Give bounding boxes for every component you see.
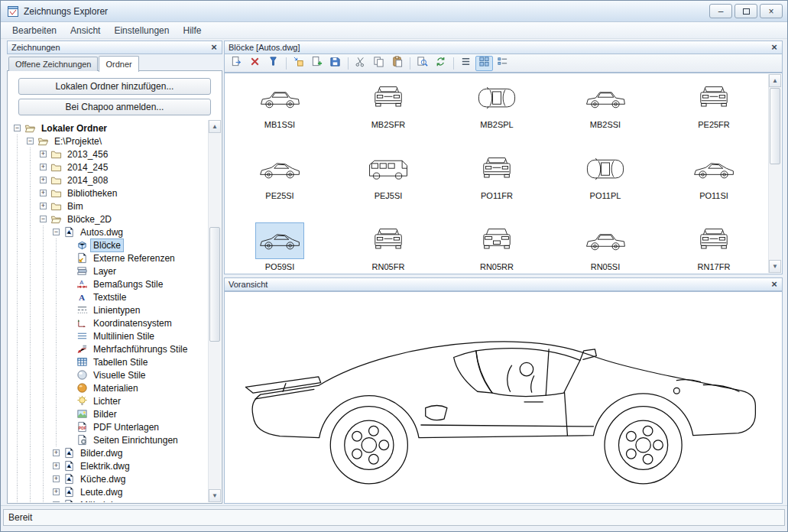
tree-item-bilder[interactable]: Bilder <box>11 407 208 420</box>
tree-indent-guide <box>24 459 37 472</box>
tree-item-layer[interactable]: Layer <box>11 264 208 277</box>
menu-item-hilfe[interactable]: Hilfe <box>176 22 208 39</box>
expand-toggle-icon[interactable]: + <box>53 501 60 502</box>
block-thumbnail-side-view <box>582 81 629 116</box>
block-item-po11si[interactable]: PO11SI <box>660 148 768 219</box>
expand-toggle-icon[interactable]: + <box>53 488 60 495</box>
tree-item-bibliotheken[interactable]: +Bibliotheken <box>11 187 208 200</box>
menu-item-einstellungen[interactable]: Einstellungen <box>107 22 176 39</box>
tree-item-2014-808[interactable]: +2014_808 <box>11 174 208 187</box>
scroll-down-icon[interactable]: ▼ <box>769 260 781 273</box>
tree-item-tabellen-stile[interactable]: Tabellen Stile <box>11 355 208 368</box>
tree-scrollbar[interactable]: ▲ ▼ <box>208 120 221 502</box>
tree-item-2013-456[interactable]: +2013_456 <box>11 148 208 161</box>
block-item-rn17fr[interactable]: RN17FR <box>660 219 768 273</box>
tree-item-visuelle-stile[interactable]: Visuelle Stile <box>11 368 208 381</box>
block-item-mb2sfr[interactable]: MB2SFR <box>334 77 443 148</box>
copy-button[interactable] <box>370 56 388 71</box>
tab-ordner[interactable]: Ordner <box>99 56 138 72</box>
tree-item-2014-245[interactable]: +2014_245 <box>11 161 208 174</box>
block-item-po11pl[interactable]: PO11PL <box>551 148 660 219</box>
drawings-panel-close-icon[interactable]: × <box>209 42 219 53</box>
tree-item-blocke-2d[interactable]: −Blöcke_2D <box>11 212 208 225</box>
tree-item-e-projekte[interactable]: −E:\Projekte\ <box>11 135 208 148</box>
expand-toggle-icon[interactable]: + <box>53 462 60 469</box>
collapse-toggle-icon[interactable]: − <box>40 216 47 222</box>
tree-item-kuche-dwg[interactable]: +Küche.dwg <box>11 472 208 485</box>
menu-item-ansicht[interactable]: Ansicht <box>63 22 107 39</box>
tree-item-blocke[interactable]: Blöcke <box>11 238 208 251</box>
tree-item-label: Tabellen Stile <box>91 356 150 368</box>
tree-item-mehrfachfuhrungs-stile[interactable]: Mehrfachführungs Stile <box>11 342 208 355</box>
save-to-file-button[interactable] <box>326 56 344 71</box>
expand-toggle-icon[interactable]: + <box>53 475 60 482</box>
paste-button[interactable] <box>388 56 406 71</box>
view-icons-button[interactable] <box>475 56 493 71</box>
tab-offene-zeichnungen[interactable]: Offene Zeichnungen <box>8 57 98 71</box>
tree-item-linientypen[interactable]: Linientypen <box>11 303 208 316</box>
tree-item-label: Bibliotheken <box>65 187 119 200</box>
scroll-down-icon[interactable]: ▼ <box>209 489 221 502</box>
tree-item-lokaler-ordner[interactable]: −Lokaler Ordner <box>11 122 208 135</box>
scroll-up-icon[interactable]: ▲ <box>769 74 781 87</box>
block-item-po59si[interactable]: PO59SI <box>225 219 334 273</box>
block-item-mb2spl[interactable]: MB2SPL <box>443 77 551 148</box>
tree-item-bilder-dwg[interactable]: +Bilder.dwg <box>11 446 208 459</box>
tree-item-multilinien-stile[interactable]: Multilinien Stile <box>11 329 208 342</box>
tree-item-bim[interactable]: +Bim <box>11 200 208 212</box>
lokalen-ordner-hinzufugen-button[interactable]: Lokalen Ordner hinzufügen... <box>18 78 211 95</box>
bei-chapoo-anmelden-button[interactable]: Bei Chapoo anmelden... <box>18 99 211 115</box>
tree-item-leute-dwg[interactable]: +Leute.dwg <box>11 485 208 498</box>
block-item-pe25fr[interactable]: PE25FR <box>660 77 768 148</box>
tree-item-koordinatensystem[interactable]: Koordinatensystem <box>11 316 208 329</box>
tree-item-bemassungs-stile[interactable]: ABemaßungs Stile <box>11 277 208 290</box>
expand-toggle-icon[interactable]: + <box>40 151 47 157</box>
scroll-up-icon[interactable]: ▲ <box>209 120 221 133</box>
expand-toggle-icon[interactable]: + <box>53 449 60 456</box>
collapse-toggle-icon[interactable]: − <box>53 229 60 235</box>
blocks-scrollbar[interactable]: ▲ ▼ <box>768 74 781 273</box>
block-item-pe25si[interactable]: PE25SI <box>225 148 334 219</box>
add-from-file-button[interactable] <box>308 56 326 71</box>
expand-toggle-icon[interactable]: + <box>40 164 47 170</box>
expand-toggle-icon[interactable]: + <box>40 177 47 183</box>
tree-item-elektrik-dwg[interactable]: +Elektrik.dwg <box>11 459 208 472</box>
refresh-button[interactable] <box>432 56 449 71</box>
tree-item-textstile[interactable]: ATextstile <box>11 290 208 303</box>
block-item-mb1ssi[interactable]: MB1SSI <box>225 77 334 148</box>
menu-item-bearbeiten[interactable]: Bearbeiten <box>5 22 63 39</box>
blocks-panel-close-icon[interactable]: × <box>769 42 780 53</box>
tree-item-materialien[interactable]: Materialien <box>11 381 208 394</box>
purge-button[interactable] <box>264 56 282 71</box>
block-item-rn05rr[interactable]: RN05RR <box>443 219 551 273</box>
expand-toggle-icon[interactable]: + <box>40 203 47 209</box>
collapse-toggle-icon[interactable]: − <box>14 125 21 131</box>
close-button[interactable]: × <box>760 4 783 18</box>
scrollbar-thumb[interactable] <box>209 227 220 342</box>
options-button[interactable] <box>413 56 431 71</box>
block-item-rn05si[interactable]: RN05SI <box>551 219 660 273</box>
maximize-button[interactable] <box>734 4 757 18</box>
preview-panel-close-icon[interactable]: × <box>769 279 780 290</box>
tree-item-externe-referenzen[interactable]: Externe Referenzen <box>11 251 208 264</box>
block-item-mb2ssi[interactable]: MB2SSI <box>551 77 660 148</box>
view-list-button[interactable] <box>457 56 475 71</box>
tree-item-pdf-unterlagen[interactable]: PDFPDF Unterlagen <box>11 420 208 433</box>
tree-item-lichter[interactable]: Lichter <box>11 394 208 407</box>
expand-toggle-icon[interactable]: + <box>40 190 47 196</box>
minimize-button[interactable]: – <box>709 4 732 18</box>
collapse-toggle-icon[interactable]: − <box>27 138 34 144</box>
new-block-button[interactable] <box>228 56 245 71</box>
tree-item-mobel-dwg[interactable]: +Möbel.dwg <box>11 498 208 502</box>
block-item-po11fr[interactable]: PO11FR <box>443 148 551 219</box>
insert-block-button[interactable] <box>290 56 307 71</box>
scrollbar-thumb[interactable] <box>770 88 780 164</box>
tree-item-autos-dwg[interactable]: −Autos.dwg <box>11 225 208 238</box>
view-details-button[interactable] <box>494 56 511 71</box>
tree-item-seiten-einrichtungen[interactable]: Seiten Einrichtungen <box>11 433 208 446</box>
block-label: PO59SI <box>265 262 295 271</box>
block-item-rn05fr[interactable]: RN05FR <box>334 219 443 273</box>
block-item-pej5si[interactable]: PEJ5SI <box>334 148 443 219</box>
delete-button[interactable] <box>246 56 264 71</box>
cut-button[interactable] <box>352 56 369 71</box>
